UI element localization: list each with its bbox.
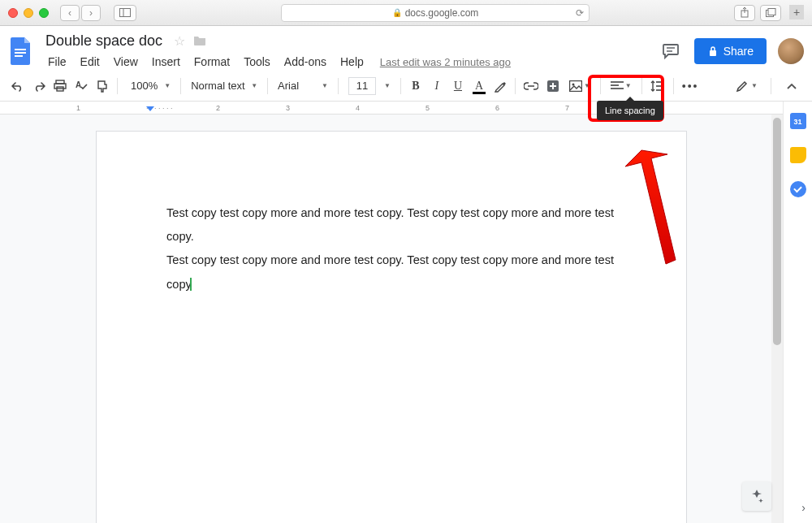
title-area: Double space doc ☆ File Edit View Insert… bbox=[42, 31, 659, 71]
spellcheck-button[interactable]: A bbox=[71, 76, 91, 97]
chevron-down-icon: ▼ bbox=[251, 82, 257, 89]
font-value: Arial bbox=[278, 80, 318, 92]
menu-insert[interactable]: Insert bbox=[146, 53, 186, 71]
more-toolbar-button[interactable]: ••• bbox=[679, 76, 702, 97]
hide-menus-button[interactable] bbox=[780, 76, 804, 96]
menu-edit[interactable]: Edit bbox=[75, 53, 106, 71]
bold-button[interactable]: B bbox=[406, 76, 425, 97]
last-edit-link[interactable]: Last edit was 2 minutes ago bbox=[380, 56, 511, 68]
print-button[interactable] bbox=[50, 76, 70, 97]
document-title[interactable]: Double space doc bbox=[42, 31, 166, 51]
svg-rect-7 bbox=[15, 52, 26, 54]
font-family-dropdown[interactable]: Arial ▼ bbox=[273, 76, 333, 97]
zoom-value: 100% bbox=[127, 80, 161, 92]
line-spacing-button[interactable] bbox=[647, 76, 668, 97]
reload-button[interactable]: ⟳ bbox=[576, 7, 584, 19]
move-folder-icon[interactable] bbox=[193, 34, 206, 49]
docs-header: Double space doc ☆ File Edit View Insert… bbox=[0, 26, 812, 71]
pencil-icon bbox=[736, 80, 749, 93]
new-tab-button[interactable]: + bbox=[789, 5, 804, 19]
menu-file[interactable]: File bbox=[42, 53, 72, 71]
vertical-scrollbar[interactable] bbox=[771, 115, 783, 523]
page-scroll-area[interactable]: Test copy test copy more and more test c… bbox=[0, 115, 783, 523]
side-panel-collapse-icon[interactable]: › bbox=[801, 501, 806, 514]
line-spacing-tooltip: Line spacing bbox=[597, 101, 663, 120]
chevron-down-icon: ▼ bbox=[322, 82, 328, 89]
chevron-down-icon: ▼ bbox=[384, 82, 391, 89]
comments-button[interactable] bbox=[659, 39, 683, 63]
share-button[interactable]: Share bbox=[694, 38, 767, 64]
back-button[interactable]: ‹ bbox=[60, 5, 80, 21]
text-cursor bbox=[190, 278, 192, 291]
share-page-button[interactable] bbox=[734, 5, 755, 21]
toolbar: A 100% ▼ Normal text ▼ Arial ▼ 11 ▼ B I … bbox=[0, 71, 812, 102]
keep-addon-icon[interactable] bbox=[790, 147, 806, 163]
svg-rect-19 bbox=[569, 80, 581, 91]
undo-button[interactable] bbox=[8, 76, 28, 97]
chevron-down-icon: ▼ bbox=[751, 82, 758, 89]
align-dropdown[interactable]: ▼ bbox=[606, 76, 637, 97]
calendar-addon-icon[interactable] bbox=[790, 113, 806, 129]
document-page[interactable]: Test copy test copy more and more test c… bbox=[96, 131, 687, 523]
ruler-tick: 2 bbox=[216, 104, 220, 112]
svg-rect-6 bbox=[15, 49, 26, 50]
menu-view[interactable]: View bbox=[108, 53, 144, 71]
lock-icon: 🔒 bbox=[392, 8, 402, 17]
highlight-color-button[interactable] bbox=[490, 76, 510, 97]
svg-text:A: A bbox=[76, 80, 81, 89]
redo-button[interactable] bbox=[29, 76, 49, 97]
menu-help[interactable]: Help bbox=[335, 53, 369, 71]
menu-addons[interactable]: Add-ons bbox=[279, 53, 332, 71]
sidebar-toggle-button[interactable] bbox=[114, 5, 136, 21]
maximize-window-button[interactable] bbox=[39, 8, 49, 18]
ruler-tick: 3 bbox=[286, 104, 290, 112]
lock-icon bbox=[707, 45, 719, 57]
italic-button[interactable]: I bbox=[427, 76, 447, 97]
menu-tools[interactable]: Tools bbox=[238, 53, 276, 71]
url-text: docs.google.com bbox=[405, 7, 479, 19]
underline-button[interactable]: U bbox=[448, 76, 468, 97]
zoom-dropdown[interactable]: 100% ▼ bbox=[123, 76, 175, 97]
user-avatar[interactable] bbox=[778, 38, 804, 64]
text-color-button[interactable]: A bbox=[469, 76, 489, 97]
ruler-tick: 1 bbox=[76, 104, 80, 112]
font-size-value[interactable]: 11 bbox=[348, 77, 376, 95]
paragraph-style-dropdown[interactable]: Normal text ▼ bbox=[186, 76, 262, 97]
explore-button[interactable] bbox=[742, 482, 771, 511]
share-label: Share bbox=[723, 45, 754, 58]
window-controls bbox=[8, 8, 49, 18]
style-value: Normal text bbox=[191, 80, 248, 92]
tasks-addon-icon[interactable] bbox=[790, 181, 806, 197]
insert-image-button[interactable]: ▼ bbox=[564, 76, 595, 97]
browser-right-controls: + bbox=[734, 5, 804, 21]
editing-mode-dropdown[interactable]: ▼ bbox=[731, 76, 762, 97]
menu-bar: File Edit View Insert Format Tools Add-o… bbox=[42, 53, 659, 71]
paint-format-button[interactable] bbox=[93, 76, 112, 97]
svg-rect-13 bbox=[54, 84, 66, 89]
ruler-tick: 6 bbox=[495, 104, 499, 112]
close-window-button[interactable] bbox=[8, 8, 18, 18]
docs-app: Double space doc ☆ File Edit View Insert… bbox=[0, 26, 812, 523]
font-size-control[interactable]: 11 ▼ bbox=[343, 76, 395, 97]
indent-marker[interactable] bbox=[146, 106, 154, 111]
address-bar[interactable]: 🔒 docs.google.com ⟳ bbox=[281, 4, 590, 22]
add-comment-button[interactable] bbox=[543, 76, 563, 97]
paragraph[interactable]: Test copy test copy more and more test c… bbox=[166, 201, 616, 249]
forward-button[interactable]: › bbox=[81, 5, 101, 21]
document-area: 1 · · · · · · · 2 3 4 5 6 7 Test copy te… bbox=[0, 102, 812, 523]
header-right: Share bbox=[659, 38, 804, 64]
docs-logo[interactable] bbox=[6, 37, 36, 66]
browser-titlebar: ‹ › 🔒 docs.google.com ⟳ + bbox=[0, 0, 812, 26]
paragraph[interactable]: Test copy test copy more and more test c… bbox=[166, 249, 616, 296]
svg-rect-5 bbox=[768, 9, 775, 15]
scrollbar-thumb[interactable] bbox=[773, 118, 781, 345]
horizontal-ruler[interactable]: 1 · · · · · · · 2 3 4 5 6 7 bbox=[0, 102, 783, 115]
minimize-window-button[interactable] bbox=[24, 8, 33, 18]
chevron-down-icon: ▼ bbox=[584, 82, 590, 89]
chevron-down-icon: ▼ bbox=[164, 82, 171, 89]
svg-rect-0 bbox=[120, 9, 131, 17]
insert-link-button[interactable] bbox=[520, 76, 542, 97]
star-icon[interactable]: ☆ bbox=[174, 33, 185, 49]
menu-format[interactable]: Format bbox=[188, 53, 235, 71]
tabs-button[interactable] bbox=[760, 5, 781, 21]
